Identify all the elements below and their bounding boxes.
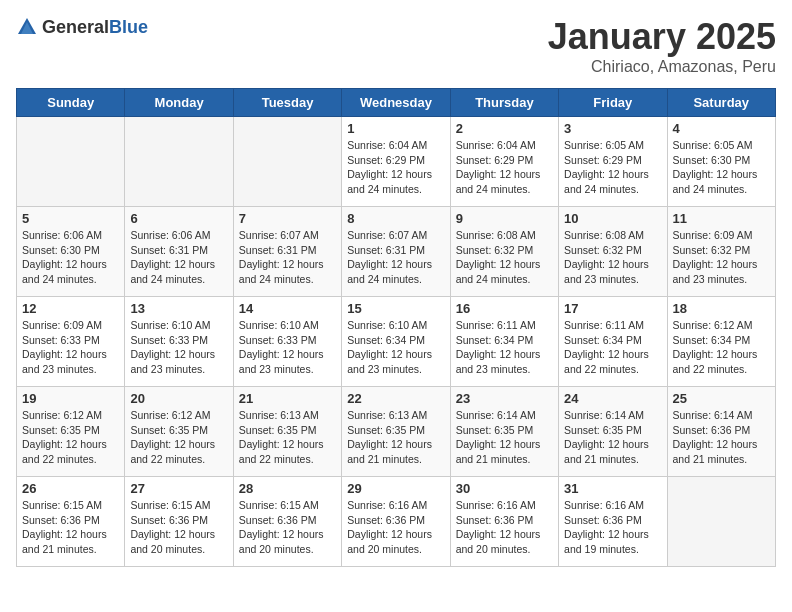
logo-text-general: General [42, 17, 109, 37]
day-number: 31 [564, 481, 661, 496]
day-cell: 4Sunrise: 6:05 AM Sunset: 6:30 PM Daylig… [667, 117, 775, 207]
calendar-subtitle: Chiriaco, Amazonas, Peru [548, 58, 776, 76]
day-cell [17, 117, 125, 207]
day-info: Sunrise: 6:05 AM Sunset: 6:30 PM Dayligh… [673, 138, 770, 197]
day-cell: 3Sunrise: 6:05 AM Sunset: 6:29 PM Daylig… [559, 117, 667, 207]
day-number: 26 [22, 481, 119, 496]
day-number: 7 [239, 211, 336, 226]
calendar-title: January 2025 [548, 16, 776, 58]
logo: GeneralBlue [16, 16, 148, 38]
day-number: 14 [239, 301, 336, 316]
day-info: Sunrise: 6:11 AM Sunset: 6:34 PM Dayligh… [564, 318, 661, 377]
day-info: Sunrise: 6:12 AM Sunset: 6:34 PM Dayligh… [673, 318, 770, 377]
day-cell: 29Sunrise: 6:16 AM Sunset: 6:36 PM Dayli… [342, 477, 450, 567]
day-cell: 26Sunrise: 6:15 AM Sunset: 6:36 PM Dayli… [17, 477, 125, 567]
day-header-wednesday: Wednesday [342, 89, 450, 117]
day-info: Sunrise: 6:13 AM Sunset: 6:35 PM Dayligh… [347, 408, 444, 467]
day-info: Sunrise: 6:12 AM Sunset: 6:35 PM Dayligh… [22, 408, 119, 467]
week-row: 12Sunrise: 6:09 AM Sunset: 6:33 PM Dayli… [17, 297, 776, 387]
day-cell: 12Sunrise: 6:09 AM Sunset: 6:33 PM Dayli… [17, 297, 125, 387]
day-cell: 16Sunrise: 6:11 AM Sunset: 6:34 PM Dayli… [450, 297, 558, 387]
day-cell: 28Sunrise: 6:15 AM Sunset: 6:36 PM Dayli… [233, 477, 341, 567]
day-number: 10 [564, 211, 661, 226]
day-info: Sunrise: 6:15 AM Sunset: 6:36 PM Dayligh… [130, 498, 227, 557]
day-info: Sunrise: 6:16 AM Sunset: 6:36 PM Dayligh… [456, 498, 553, 557]
day-info: Sunrise: 6:05 AM Sunset: 6:29 PM Dayligh… [564, 138, 661, 197]
day-cell: 31Sunrise: 6:16 AM Sunset: 6:36 PM Dayli… [559, 477, 667, 567]
week-row: 1Sunrise: 6:04 AM Sunset: 6:29 PM Daylig… [17, 117, 776, 207]
week-row: 5Sunrise: 6:06 AM Sunset: 6:30 PM Daylig… [17, 207, 776, 297]
day-number: 6 [130, 211, 227, 226]
day-info: Sunrise: 6:06 AM Sunset: 6:31 PM Dayligh… [130, 228, 227, 287]
day-headers-row: SundayMondayTuesdayWednesdayThursdayFrid… [17, 89, 776, 117]
day-number: 4 [673, 121, 770, 136]
day-cell: 10Sunrise: 6:08 AM Sunset: 6:32 PM Dayli… [559, 207, 667, 297]
day-cell: 17Sunrise: 6:11 AM Sunset: 6:34 PM Dayli… [559, 297, 667, 387]
day-number: 5 [22, 211, 119, 226]
week-row: 26Sunrise: 6:15 AM Sunset: 6:36 PM Dayli… [17, 477, 776, 567]
day-cell: 13Sunrise: 6:10 AM Sunset: 6:33 PM Dayli… [125, 297, 233, 387]
day-info: Sunrise: 6:07 AM Sunset: 6:31 PM Dayligh… [239, 228, 336, 287]
day-cell: 22Sunrise: 6:13 AM Sunset: 6:35 PM Dayli… [342, 387, 450, 477]
day-cell [667, 477, 775, 567]
day-info: Sunrise: 6:10 AM Sunset: 6:33 PM Dayligh… [130, 318, 227, 377]
day-header-monday: Monday [125, 89, 233, 117]
day-cell: 19Sunrise: 6:12 AM Sunset: 6:35 PM Dayli… [17, 387, 125, 477]
day-cell [233, 117, 341, 207]
day-number: 12 [22, 301, 119, 316]
day-header-tuesday: Tuesday [233, 89, 341, 117]
day-number: 29 [347, 481, 444, 496]
day-number: 11 [673, 211, 770, 226]
week-row: 19Sunrise: 6:12 AM Sunset: 6:35 PM Dayli… [17, 387, 776, 477]
calendar-table: SundayMondayTuesdayWednesdayThursdayFrid… [16, 88, 776, 567]
day-cell: 21Sunrise: 6:13 AM Sunset: 6:35 PM Dayli… [233, 387, 341, 477]
day-cell: 18Sunrise: 6:12 AM Sunset: 6:34 PM Dayli… [667, 297, 775, 387]
day-cell: 7Sunrise: 6:07 AM Sunset: 6:31 PM Daylig… [233, 207, 341, 297]
day-info: Sunrise: 6:10 AM Sunset: 6:34 PM Dayligh… [347, 318, 444, 377]
day-number: 20 [130, 391, 227, 406]
day-number: 9 [456, 211, 553, 226]
logo-text-blue: Blue [109, 17, 148, 37]
day-cell: 1Sunrise: 6:04 AM Sunset: 6:29 PM Daylig… [342, 117, 450, 207]
day-number: 1 [347, 121, 444, 136]
day-info: Sunrise: 6:09 AM Sunset: 6:33 PM Dayligh… [22, 318, 119, 377]
day-number: 16 [456, 301, 553, 316]
day-cell: 8Sunrise: 6:07 AM Sunset: 6:31 PM Daylig… [342, 207, 450, 297]
day-cell: 11Sunrise: 6:09 AM Sunset: 6:32 PM Dayli… [667, 207, 775, 297]
day-info: Sunrise: 6:12 AM Sunset: 6:35 PM Dayligh… [130, 408, 227, 467]
day-info: Sunrise: 6:04 AM Sunset: 6:29 PM Dayligh… [347, 138, 444, 197]
day-number: 25 [673, 391, 770, 406]
day-info: Sunrise: 6:14 AM Sunset: 6:35 PM Dayligh… [564, 408, 661, 467]
day-header-saturday: Saturday [667, 89, 775, 117]
day-cell: 2Sunrise: 6:04 AM Sunset: 6:29 PM Daylig… [450, 117, 558, 207]
day-number: 13 [130, 301, 227, 316]
day-info: Sunrise: 6:15 AM Sunset: 6:36 PM Dayligh… [239, 498, 336, 557]
day-number: 27 [130, 481, 227, 496]
day-info: Sunrise: 6:07 AM Sunset: 6:31 PM Dayligh… [347, 228, 444, 287]
day-info: Sunrise: 6:13 AM Sunset: 6:35 PM Dayligh… [239, 408, 336, 467]
day-cell: 6Sunrise: 6:06 AM Sunset: 6:31 PM Daylig… [125, 207, 233, 297]
day-info: Sunrise: 6:15 AM Sunset: 6:36 PM Dayligh… [22, 498, 119, 557]
day-number: 3 [564, 121, 661, 136]
header: GeneralBlue January 2025 Chiriaco, Amazo… [16, 16, 776, 76]
day-info: Sunrise: 6:16 AM Sunset: 6:36 PM Dayligh… [564, 498, 661, 557]
day-cell: 5Sunrise: 6:06 AM Sunset: 6:30 PM Daylig… [17, 207, 125, 297]
day-cell: 15Sunrise: 6:10 AM Sunset: 6:34 PM Dayli… [342, 297, 450, 387]
day-cell: 23Sunrise: 6:14 AM Sunset: 6:35 PM Dayli… [450, 387, 558, 477]
day-cell [125, 117, 233, 207]
day-header-thursday: Thursday [450, 89, 558, 117]
day-number: 8 [347, 211, 444, 226]
day-info: Sunrise: 6:08 AM Sunset: 6:32 PM Dayligh… [564, 228, 661, 287]
day-info: Sunrise: 6:08 AM Sunset: 6:32 PM Dayligh… [456, 228, 553, 287]
day-number: 15 [347, 301, 444, 316]
day-number: 22 [347, 391, 444, 406]
day-number: 18 [673, 301, 770, 316]
day-number: 30 [456, 481, 553, 496]
day-info: Sunrise: 6:10 AM Sunset: 6:33 PM Dayligh… [239, 318, 336, 377]
day-info: Sunrise: 6:14 AM Sunset: 6:35 PM Dayligh… [456, 408, 553, 467]
day-cell: 14Sunrise: 6:10 AM Sunset: 6:33 PM Dayli… [233, 297, 341, 387]
day-info: Sunrise: 6:06 AM Sunset: 6:30 PM Dayligh… [22, 228, 119, 287]
day-info: Sunrise: 6:11 AM Sunset: 6:34 PM Dayligh… [456, 318, 553, 377]
day-number: 28 [239, 481, 336, 496]
day-cell: 24Sunrise: 6:14 AM Sunset: 6:35 PM Dayli… [559, 387, 667, 477]
